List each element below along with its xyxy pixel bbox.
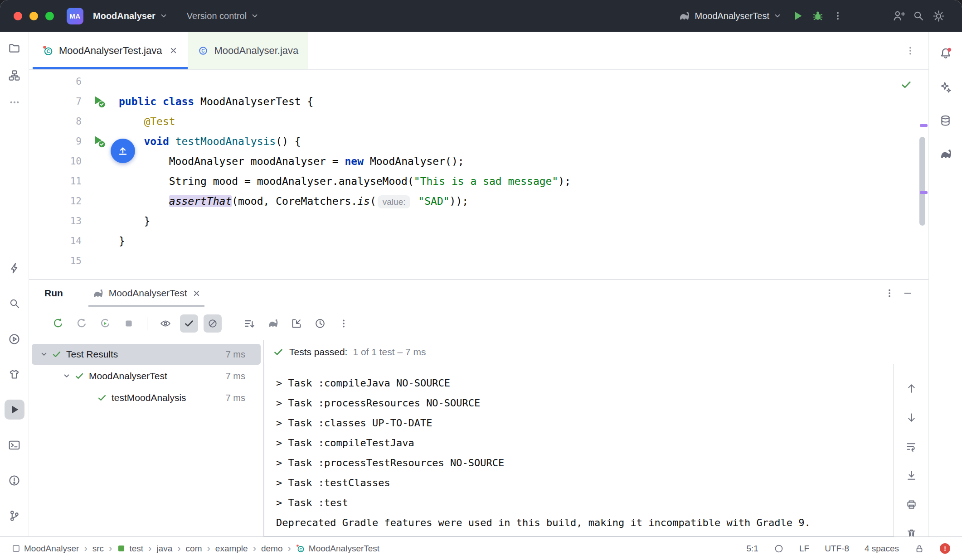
gradle-tool-window-button[interactable] [936,144,956,164]
tab-moodanalysertest-java[interactable]: C MoodAnalyserTest.java [33,32,188,69]
more-tool-windows-button[interactable] [5,92,24,112]
fatal-error-indicator[interactable]: ! [940,543,950,554]
test-tree-row[interactable]: testMoodAnalysis7 ms [32,387,261,408]
sort-by-duration-button[interactable] [240,314,258,333]
breadcrumb-item[interactable]: CMoodAnalyserTest [296,544,379,554]
indent-setting[interactable]: 4 spaces [865,544,899,554]
filter-eye-button[interactable] [156,314,175,333]
project-menu[interactable]: MoodAnalyser [89,8,171,24]
more-run-options-button[interactable] [828,6,848,26]
breadcrumb-item[interactable]: java [156,544,172,554]
run-tool-window: Run MoodAnalyserTest [29,279,928,536]
code-line[interactable]: 6 [29,72,928,92]
run-test-gutter-icon[interactable] [86,92,112,111]
project-tool-window-button[interactable] [5,38,24,58]
gutter-spacer [86,251,112,271]
ai-assistant-button[interactable] [936,77,956,97]
gradle-output-button[interactable] [264,314,282,333]
search-everywhere-button[interactable] [909,6,928,26]
structure-tool-window-button[interactable] [5,65,24,85]
debug-button[interactable] [808,6,828,26]
code-line[interactable]: 15 [29,251,928,271]
hide-run-panel-button[interactable] [899,284,917,302]
file-encoding[interactable]: UTF-8 [825,544,849,554]
rerun-failed-tests-button[interactable] [73,314,91,333]
database-button[interactable] [936,111,956,130]
breadcrumb-item[interactable]: test [117,544,143,554]
commit-push-fab-button[interactable] [111,139,135,163]
chevron-expanded-icon[interactable] [38,350,50,359]
problems-tool-window-button[interactable] [5,470,24,490]
version-control-tool-window-button[interactable] [5,506,24,526]
show-passed-toggle[interactable] [180,314,198,333]
import-test-results-button[interactable] [287,314,306,333]
fullscreen-window-button[interactable] [45,12,54,20]
more-dots-icon [9,97,20,108]
build-tool-window-button[interactable] [5,258,24,278]
lock-icon[interactable] [914,544,924,554]
test-runner-toolbar [29,307,928,340]
toolbar-more-button[interactable] [335,314,353,333]
version-control-menu[interactable]: Version control [183,8,262,24]
breadcrumb-item[interactable]: MoodAnalyser [12,544,79,554]
code-line[interactable]: 8 @Test [29,111,928,131]
next-occurrence-button[interactable] [902,408,920,426]
chevron-down-icon [251,12,259,20]
console-output[interactable]: > Task :compileJava NO-SOURCE> Task :pro… [264,364,894,536]
breadcrumb-item[interactable]: com [186,544,202,554]
breadcrumb-item[interactable]: src [92,544,104,554]
find-tool-window-button[interactable] [5,294,24,314]
analysis-stripe-mark[interactable] [920,124,928,127]
close-window-button[interactable] [14,12,22,20]
stop-button[interactable] [120,314,138,333]
test-tree-row[interactable]: Test Results7 ms [32,344,261,365]
code-text: assertThat(mood, CoreMatchers.is(value: … [112,191,468,211]
scroll-to-end-button[interactable] [902,466,920,484]
line-separator[interactable]: LF [799,544,809,554]
code-line[interactable]: 14} [29,231,928,251]
inspections-passed-icon[interactable] [900,79,912,91]
breadcrumb-item[interactable]: example [215,544,248,554]
code-line[interactable]: 13 } [29,211,928,231]
code-line[interactable]: 12 assertThat(mood, CoreMatchers.is(valu… [29,191,928,211]
chevron-expanded-icon[interactable] [61,372,73,381]
line-number: 15 [29,251,86,271]
run-anything-button[interactable] [5,329,24,349]
editor-scrollbar[interactable] [919,137,925,226]
settings-button[interactable] [928,6,948,26]
breadcrumb-item[interactable]: demo [261,544,283,554]
toggle-auto-test-button[interactable] [96,314,114,333]
close-tab-button[interactable] [169,46,178,55]
code-with-me-button[interactable] [889,6,909,26]
gradle-icon [939,149,952,159]
run-configuration-selector[interactable]: MoodAnalyserTest [678,11,782,21]
run-tool-window-button[interactable] [5,400,24,420]
test-history-button[interactable] [311,314,329,333]
highlighting-level-icon[interactable] [774,544,784,554]
soft-wrap-button[interactable] [902,437,920,455]
print-button[interactable] [902,495,920,513]
code-editor[interactable]: 67public class MoodAnalyserTest {8 @Test… [29,70,928,279]
show-ignored-toggle[interactable] [204,314,222,333]
prev-occurrence-button[interactable] [902,379,920,397]
run-button[interactable] [788,6,808,26]
run-tab-moodanalysertest[interactable]: MoodAnalyserTest [88,280,204,307]
console-line: > Task :processTestResources NO-SOURCE [276,453,894,473]
test-tree-row[interactable]: MoodAnalyserTest7 ms [32,366,261,386]
code-line[interactable]: 9 void testMoodAnalysis() { [29,131,928,151]
tab-options-button[interactable] [901,42,919,60]
tab-moodanalyser-java[interactable]: C MoodAnalyser.java [188,32,308,69]
code-line[interactable]: 11 String mood = moodAnalyser.analyseMoo… [29,171,928,191]
caret-position[interactable]: 5:1 [747,544,758,554]
run-test-gutter-icon[interactable] [86,131,112,151]
notifications-button[interactable] [936,43,956,63]
services-tool-window-button[interactable] [5,364,24,384]
run-panel-options-button[interactable] [880,284,899,302]
close-run-tab-button[interactable] [192,289,201,298]
analysis-stripe-mark[interactable] [920,191,928,194]
terminal-tool-window-button[interactable] [5,435,24,455]
code-line[interactable]: 7public class MoodAnalyserTest { [29,92,928,111]
minimize-window-button[interactable] [29,12,38,20]
code-line[interactable]: 10 MoodAnalyser moodAnalyser = new MoodA… [29,151,928,171]
rerun-tests-button[interactable] [49,314,67,333]
